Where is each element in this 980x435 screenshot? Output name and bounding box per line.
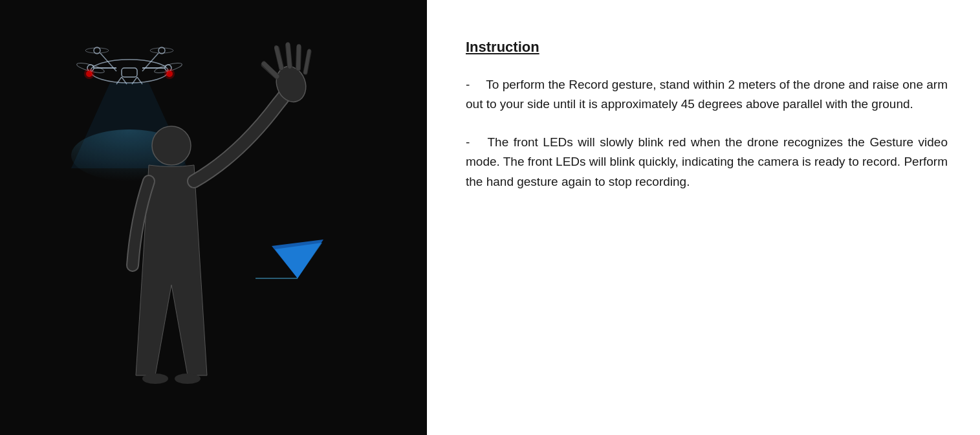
instruction-panel: Instruction - To perform the Record gest… [427, 0, 980, 435]
svg-point-16 [164, 69, 175, 79]
svg-point-40 [175, 374, 201, 384]
svg-line-32 [298, 46, 299, 69]
dash-1: - [466, 78, 470, 91]
instruction-paragraph-1: - To perform the Record gesture, stand w… [466, 75, 948, 115]
instruction-paragraph-1-text: To perform the Record gesture, stand wit… [466, 78, 948, 111]
scene-illustration [0, 0, 427, 435]
svg-rect-0 [0, 0, 427, 435]
instruction-paragraph-2: - The front LEDs will slowly blink red w… [466, 133, 948, 192]
instruction-paragraph-2-text: The front LEDs will slowly blink red whe… [466, 135, 948, 188]
illustration-panel [0, 0, 427, 435]
svg-line-30 [288, 44, 290, 67]
svg-point-11 [84, 69, 94, 79]
instruction-title: Instruction [466, 39, 948, 56]
dash-2: - [466, 135, 470, 149]
svg-point-41 [142, 374, 168, 384]
svg-point-25 [152, 126, 191, 165]
